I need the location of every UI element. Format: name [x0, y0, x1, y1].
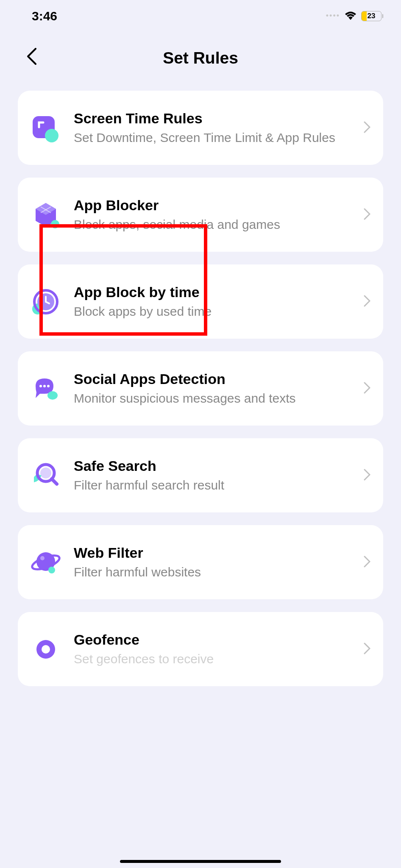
home-indicator[interactable]: [120, 860, 281, 863]
item-content: App Blocker Block apps, social media and…: [74, 197, 351, 233]
cellular-icon: ••••: [326, 11, 340, 20]
back-button[interactable]: [26, 48, 36, 67]
item-title: Social Apps Detection: [74, 371, 351, 387]
svg-point-7: [43, 385, 46, 387]
item-title: App Blocker: [74, 197, 351, 214]
item-title: App Block by time: [74, 284, 351, 300]
item-content: Web Filter Filter harmful websites: [74, 545, 351, 580]
chevron-right-icon: [364, 556, 370, 569]
item-title: Safe Search: [74, 458, 351, 474]
item-content: Geofence Set geofences to receive: [74, 632, 351, 667]
clock-rules-icon: [31, 113, 61, 143]
list-item-web-filter[interactable]: Web Filter Filter harmful websites: [18, 525, 383, 599]
chevron-right-icon: [364, 208, 370, 222]
planet-icon: [31, 547, 61, 578]
clock-icon: [31, 287, 61, 317]
svg-point-9: [47, 391, 58, 400]
magnify-icon: [31, 460, 61, 491]
item-title: Web Filter: [74, 545, 351, 561]
item-desc: Set geofences to receive: [74, 651, 351, 667]
list-item-screen-time[interactable]: Screen Time Rules Set Downtime, Screen T…: [18, 91, 383, 165]
chevron-right-icon: [364, 382, 370, 395]
item-desc: Block apps by used time: [74, 303, 351, 320]
item-title: Screen Time Rules: [74, 110, 351, 127]
status-right: •••• 23: [326, 11, 383, 22]
chevron-right-icon: [364, 121, 370, 135]
item-title: Geofence: [74, 632, 351, 648]
battery-indicator: 23: [361, 11, 383, 21]
list-item-safe-search[interactable]: Safe Search Filter harmful search result: [18, 438, 383, 512]
cube-icon: [31, 200, 61, 230]
page-title: Set Rules: [163, 49, 238, 67]
list-item-social-detection[interactable]: Social Apps Detection Monitor suspicious…: [18, 351, 383, 426]
chat-icon: [31, 373, 61, 404]
item-desc: Block apps, social media and games: [74, 216, 351, 233]
svg-point-2: [51, 220, 59, 228]
rules-list: Screen Time Rules Set Downtime, Screen T…: [0, 91, 401, 686]
status-bar: 3:46 •••• 23: [0, 0, 401, 32]
svg-point-8: [47, 385, 50, 387]
chevron-right-icon: [364, 643, 370, 656]
svg-point-17: [42, 645, 50, 654]
svg-point-15: [48, 567, 55, 573]
item-content: Social Apps Detection Monitor suspicious…: [74, 371, 351, 406]
item-desc: Filter harmful websites: [74, 564, 351, 580]
item-desc: Monitor suspicious messages and texts: [74, 390, 351, 406]
item-desc: Set Downtime, Screen Time Limit & App Ru…: [74, 129, 351, 146]
svg-point-1: [45, 129, 58, 142]
item-desc: Filter harmful search result: [74, 477, 351, 493]
item-content: Screen Time Rules Set Downtime, Screen T…: [74, 110, 351, 146]
header: Set Rules: [0, 32, 401, 91]
status-time: 3:46: [32, 9, 57, 23]
list-item-app-block-time[interactable]: App Block by time Block apps by used tim…: [18, 264, 383, 339]
wifi-icon: [344, 11, 357, 22]
item-content: App Block by time Block apps by used tim…: [74, 284, 351, 320]
list-item-app-blocker[interactable]: App Blocker Block apps, social media and…: [18, 178, 383, 252]
svg-point-14: [40, 556, 45, 560]
item-content: Safe Search Filter harmful search result: [74, 458, 351, 493]
list-item-geofence[interactable]: Geofence Set geofences to receive: [18, 612, 383, 686]
svg-point-6: [39, 385, 42, 387]
svg-point-11: [40, 467, 51, 479]
fence-icon: [31, 629, 61, 659]
chevron-right-icon: [364, 469, 370, 482]
chevron-right-icon: [364, 295, 370, 309]
